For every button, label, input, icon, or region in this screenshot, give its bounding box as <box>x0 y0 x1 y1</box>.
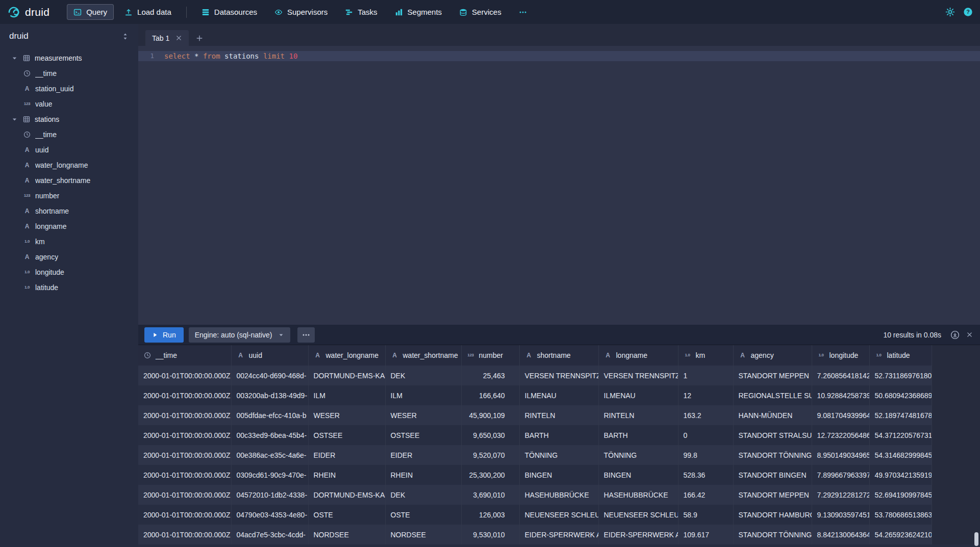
cell-agency[interactable]: STANDORT TÖNNING <box>733 525 812 544</box>
cell-uuid[interactable]: 005dfdae-efcc-410a-b <box>231 405 308 425</box>
cell-agency[interactable]: REGIONALSTELLE SUHL <box>733 385 812 405</box>
cell-km[interactable]: 528.36 <box>678 465 733 485</box>
cell-shortname[interactable]: TÖNNING <box>519 445 598 465</box>
tree-column-uuid[interactable]: Auuid <box>0 142 138 158</box>
cell-km[interactable]: 99.8 <box>678 445 733 465</box>
query-more-button[interactable] <box>297 327 315 343</box>
cell-__time[interactable]: 2000-01-01T00:00:00.000Z <box>138 405 231 425</box>
cell-__time[interactable]: 2000-01-01T00:00:00.000Z <box>138 485 231 505</box>
cell-longitude[interactable]: 12.7232205648649 <box>812 425 869 445</box>
tree-column-__time[interactable]: __time <box>0 66 138 81</box>
cell-uuid[interactable]: 0309cd61-90c9-470e- <box>231 465 308 485</box>
tree-table-stations[interactable]: stations <box>0 112 138 127</box>
cell-longitude[interactable]: 7.2608564181428 <box>812 366 869 385</box>
tree-column-km[interactable]: 1.0km <box>0 234 138 249</box>
tree-column-water_longname[interactable]: Awater_longname <box>0 158 138 173</box>
cell-water_shortname[interactable]: DEK <box>385 366 461 385</box>
cell-longname[interactable]: ILMENAU <box>598 385 678 405</box>
tree-table-measurements[interactable]: measurements <box>0 50 138 66</box>
cell-water_longname[interactable]: RHEIN <box>308 465 385 485</box>
cell-uuid[interactable]: 00e386ac-e35c-4a6e- <box>231 445 308 465</box>
cell-longitude[interactable]: 7.8996679633971 <box>812 465 869 485</box>
cell-water_longname[interactable]: OSTE <box>308 505 385 525</box>
cell-water_longname[interactable]: EIDER <box>308 445 385 465</box>
cell-km[interactable]: 0 <box>678 425 733 445</box>
close-results-icon[interactable] <box>965 330 974 340</box>
cell-shortname[interactable]: VERSEN TRENNSPITZE <box>519 366 598 385</box>
tree-column-station_uuid[interactable]: Astation_uuid <box>0 81 138 96</box>
cell-water_shortname[interactable]: DEK <box>385 485 461 505</box>
cell-latitude[interactable]: 54.3146829998451 <box>869 445 932 465</box>
cell-number[interactable]: 25,300,200 <box>461 465 519 485</box>
cell-__time[interactable]: 2000-01-01T00:00:00.000Z <box>138 425 231 445</box>
cell-shortname[interactable]: BARTH <box>519 425 598 445</box>
tree-column-water_shortname[interactable]: Awater_shortname <box>0 173 138 188</box>
cell-__time[interactable]: 2000-01-01T00:00:00.000Z <box>138 505 231 525</box>
cell-km[interactable]: 12 <box>678 385 733 405</box>
tree-column-shortname[interactable]: Ashortname <box>0 203 138 219</box>
cell-uuid[interactable]: 04acd7e5-3cbc-4cdd- <box>231 525 308 544</box>
cell-water_shortname[interactable]: ILM <box>385 385 461 405</box>
cell-longname[interactable]: NEUENSEER SCHLEUSE <box>598 505 678 525</box>
nav-item-more[interactable] <box>512 4 534 20</box>
cell-agency[interactable]: STANDORT HAMBURG <box>733 505 812 525</box>
cell-water_longname[interactable]: DORTMUND-EMS-KANAL <box>308 366 385 385</box>
tab-close-icon[interactable] <box>175 35 182 41</box>
cell-longname[interactable]: EIDER-SPERRWERK AP <box>598 525 678 544</box>
cell-longname[interactable]: RINTELN <box>598 405 678 425</box>
nav-item-segments[interactable]: Segments <box>388 4 449 20</box>
cell-shortname[interactable]: HASEHUBBRÜCKE <box>519 485 598 505</box>
cell-latitude[interactable]: 54.2659236242101 <box>869 525 932 544</box>
cell-uuid[interactable]: 04790e03-4353-4e80- <box>231 505 308 525</box>
schema-selector[interactable]: druid <box>0 24 138 48</box>
cell-km[interactable]: 163.2 <box>678 405 733 425</box>
cell-__time[interactable]: 2000-01-01T00:00:00.000Z <box>138 385 231 405</box>
cell-uuid[interactable]: 00c33ed9-6bea-45b4- <box>231 425 308 445</box>
cell-km[interactable]: 166.42 <box>678 485 733 505</box>
cell-longname[interactable]: HASEHUBBRÜCKE <box>598 485 678 505</box>
cell-water_shortname[interactable]: WESER <box>385 405 461 425</box>
tree-column-latitude[interactable]: 1.0latitude <box>0 280 138 295</box>
cell-water_shortname[interactable]: NORDSEE <box>385 525 461 544</box>
cell-longname[interactable]: BARTH <box>598 425 678 445</box>
cell-water_shortname[interactable]: OSTSEE <box>385 425 461 445</box>
cell-water_shortname[interactable]: OSTE <box>385 505 461 525</box>
nav-item-services[interactable]: Services <box>453 4 508 20</box>
column-header-__time[interactable]: __time <box>138 345 231 366</box>
tree-column-__time[interactable]: __time <box>0 127 138 142</box>
column-header-water_shortname[interactable]: Awater_shortname <box>385 345 461 366</box>
cell-longname[interactable]: TÖNNING <box>598 445 678 465</box>
nav-item-supervisors[interactable]: Supervisors <box>268 4 334 20</box>
nav-item-load-data[interactable]: Load data <box>118 4 178 20</box>
tab-1[interactable]: Tab 1 <box>145 30 189 46</box>
cell-shortname[interactable]: ILMENAU <box>519 385 598 405</box>
column-header-agency[interactable]: Aagency <box>733 345 812 366</box>
cell-number[interactable]: 166,640 <box>461 385 519 405</box>
column-header-longname[interactable]: Alongname <box>598 345 678 366</box>
help-icon[interactable]: ? <box>963 7 973 17</box>
cell-latitude[interactable]: 49.9703421359191 <box>869 465 932 485</box>
cell-longitude[interactable]: 9.0817049399644 <box>812 405 869 425</box>
nav-item-query[interactable]: Query <box>67 4 114 20</box>
cell-uuid[interactable]: 0024cc40-d690-468d- <box>231 366 308 385</box>
cell-number[interactable]: 3,690,010 <box>461 485 519 505</box>
cell-number[interactable]: 9,520,070 <box>461 445 519 465</box>
run-button[interactable]: Run <box>144 327 184 343</box>
cell-__time[interactable]: 2000-01-01T00:00:00.000Z <box>138 366 231 385</box>
cell-longitude[interactable]: 8.8421300643647 <box>812 525 869 544</box>
cell-km[interactable]: 58.9 <box>678 505 733 525</box>
cell-__time[interactable]: 2000-01-01T00:00:00.000Z <box>138 445 231 465</box>
scrollbar-thumb[interactable] <box>974 532 978 546</box>
cell-__time[interactable]: 2000-01-01T00:00:00.000Z <box>138 525 231 544</box>
cell-uuid[interactable]: 003200ab-d138-49d9- <box>231 385 308 405</box>
cell-number[interactable]: 126,003 <box>461 505 519 525</box>
column-header-km[interactable]: 1.0km <box>678 345 733 366</box>
cell-water_longname[interactable]: OSTSEE <box>308 425 385 445</box>
column-header-water_longname[interactable]: Awater_longname <box>308 345 385 366</box>
tree-column-number[interactable]: 123number <box>0 188 138 203</box>
sql-editor[interactable]: 1 select * from stations limit 10 <box>138 46 980 325</box>
tree-column-value[interactable]: 123value <box>0 96 138 112</box>
cell-latitude[interactable]: 52.1897474816781 <box>869 405 932 425</box>
cell-agency[interactable]: STANDORT MEPPEN <box>733 485 812 505</box>
cell-shortname[interactable]: NEUENSEER SCHLEUSE <box>519 505 598 525</box>
